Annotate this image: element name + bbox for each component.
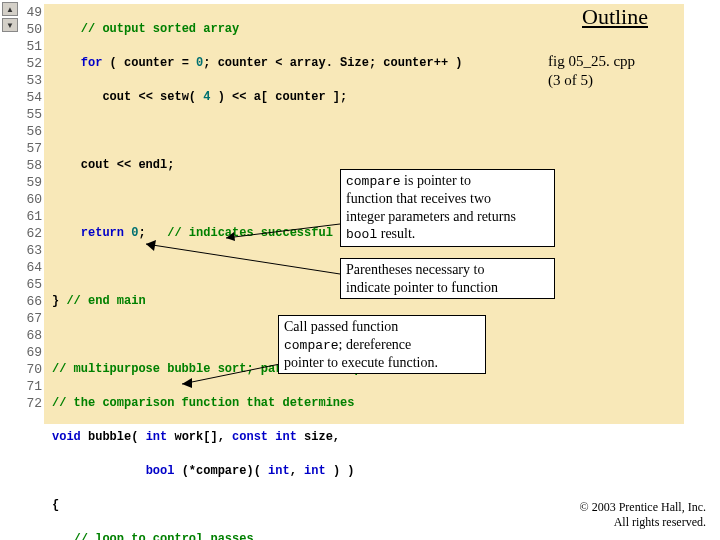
scroll-up-arrow[interactable]: ▲: [2, 2, 18, 16]
outline-panel: Outline fig 05_25. cpp (3 of 5): [548, 4, 708, 90]
line-number: 59: [18, 174, 42, 191]
svg-line-0: [226, 224, 340, 238]
svg-line-4: [182, 364, 280, 384]
line-number: 69: [18, 344, 42, 361]
line-number: 70: [18, 361, 42, 378]
outline-file-name: fig 05_25. cpp (3 of 5): [548, 52, 708, 90]
callout-parentheses: Parentheses necessary to indicate pointe…: [340, 258, 555, 299]
scroll-down-arrow[interactable]: ▼: [2, 18, 18, 32]
line-number: 68: [18, 327, 42, 344]
line-number: 51: [18, 38, 42, 55]
callout-call-passed-fn: Call passed function compare; dereferenc…: [278, 315, 486, 374]
svg-marker-5: [182, 378, 192, 388]
line-number: 54: [18, 89, 42, 106]
line-number: 49: [18, 4, 42, 21]
line-number: 71: [18, 378, 42, 395]
line-number: 53: [18, 72, 42, 89]
line-number: 67: [18, 310, 42, 327]
outline-title: Outline: [582, 4, 708, 30]
scroll-arrows: ▲ ▼: [2, 2, 18, 32]
line-number: 64: [18, 259, 42, 276]
line-number: 66: [18, 293, 42, 310]
line-number: 60: [18, 191, 42, 208]
line-number: 52: [18, 55, 42, 72]
line-number: 61: [18, 208, 42, 225]
line-number: 62: [18, 225, 42, 242]
line-number: 63: [18, 242, 42, 259]
line-number: 56: [18, 123, 42, 140]
line-number: 57: [18, 140, 42, 157]
callout-compare-pointer: compare is pointer to function that rece…: [340, 169, 555, 247]
copyright-footer: © 2003 Prentice Hall, Inc. All rights re…: [580, 500, 706, 530]
svg-marker-3: [146, 240, 156, 251]
line-number: 55: [18, 106, 42, 123]
line-number: 65: [18, 276, 42, 293]
svg-line-2: [146, 244, 340, 274]
callout-arrow-icon: [140, 238, 344, 280]
line-number-gutter: 4950515253545556575859606162636465666768…: [18, 4, 42, 412]
line-number: 58: [18, 157, 42, 174]
line-number: 50: [18, 21, 42, 38]
callout-arrow-icon: [176, 360, 284, 390]
line-number: 72: [18, 395, 42, 412]
